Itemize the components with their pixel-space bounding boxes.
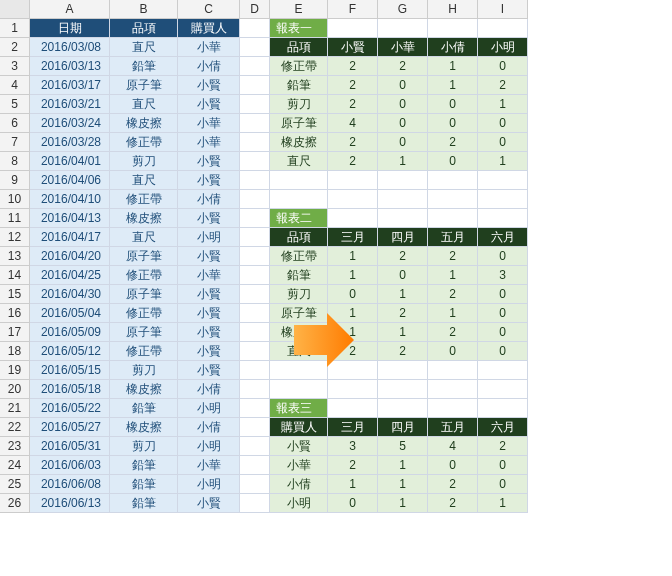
report-cell[interactable]: 1 bbox=[378, 456, 428, 475]
col-header-D[interactable]: D bbox=[240, 0, 270, 19]
report-cell[interactable]: 0 bbox=[378, 114, 428, 133]
empty-cell[interactable] bbox=[428, 209, 478, 228]
source-cell[interactable]: 小賢 bbox=[178, 323, 240, 342]
source-cell[interactable]: 2016/03/28 bbox=[30, 133, 110, 152]
report-cell[interactable]: 0 bbox=[378, 266, 428, 285]
source-cell[interactable]: 剪刀 bbox=[110, 152, 178, 171]
source-cell[interactable]: 小賢 bbox=[178, 247, 240, 266]
source-cell[interactable]: 小華 bbox=[178, 456, 240, 475]
source-cell[interactable]: 2016/05/22 bbox=[30, 399, 110, 418]
report-cell[interactable]: 2 bbox=[428, 323, 478, 342]
row-header-11[interactable]: 11 bbox=[0, 209, 30, 228]
source-cell[interactable]: 2016/05/31 bbox=[30, 437, 110, 456]
source-cell[interactable]: 小華 bbox=[178, 114, 240, 133]
report-cell[interactable]: 0 bbox=[378, 76, 428, 95]
empty-cell[interactable] bbox=[240, 19, 270, 38]
empty-cell[interactable] bbox=[240, 285, 270, 304]
col-header-G[interactable]: G bbox=[378, 0, 428, 19]
report-cell[interactable]: 0 bbox=[478, 114, 528, 133]
row-header-10[interactable]: 10 bbox=[0, 190, 30, 209]
empty-cell[interactable] bbox=[240, 95, 270, 114]
spreadsheet-grid[interactable]: ABCDEFGHI1日期品項購買人報表一22016/03/08直尺小華品項小賢小… bbox=[0, 0, 672, 513]
report-cell[interactable]: 1 bbox=[428, 304, 478, 323]
empty-cell[interactable] bbox=[428, 399, 478, 418]
empty-cell[interactable] bbox=[378, 399, 428, 418]
empty-cell[interactable] bbox=[240, 418, 270, 437]
row-header-26[interactable]: 26 bbox=[0, 494, 30, 513]
report-cell[interactable]: 0 bbox=[478, 342, 528, 361]
source-cell[interactable]: 小賢 bbox=[178, 361, 240, 380]
report-cell[interactable]: 報表三 bbox=[270, 399, 328, 418]
source-cell[interactable]: 小華 bbox=[178, 38, 240, 57]
report-cell[interactable]: 小倩 bbox=[428, 38, 478, 57]
report-cell[interactable]: 五月 bbox=[428, 228, 478, 247]
source-cell[interactable]: 2016/06/13 bbox=[30, 494, 110, 513]
report-cell[interactable]: 0 bbox=[478, 456, 528, 475]
report-cell[interactable]: 2 bbox=[428, 475, 478, 494]
source-cell[interactable]: 小賢 bbox=[178, 209, 240, 228]
source-cell[interactable]: 小倩 bbox=[178, 418, 240, 437]
report-cell[interactable]: 2 bbox=[428, 133, 478, 152]
source-cell[interactable]: 2016/03/24 bbox=[30, 114, 110, 133]
source-cell[interactable]: 橡皮擦 bbox=[110, 380, 178, 399]
report-cell[interactable]: 2 bbox=[328, 456, 378, 475]
row-header-4[interactable]: 4 bbox=[0, 76, 30, 95]
row-header-2[interactable]: 2 bbox=[0, 38, 30, 57]
source-cell[interactable]: 小明 bbox=[178, 437, 240, 456]
report-cell[interactable]: 品項 bbox=[270, 38, 328, 57]
report-cell[interactable]: 0 bbox=[478, 323, 528, 342]
source-cell[interactable]: 修正帶 bbox=[110, 190, 178, 209]
empty-cell[interactable] bbox=[240, 38, 270, 57]
empty-cell[interactable] bbox=[240, 266, 270, 285]
source-cell[interactable]: 修正帶 bbox=[110, 304, 178, 323]
source-cell[interactable]: 小賢 bbox=[178, 171, 240, 190]
empty-cell[interactable] bbox=[428, 19, 478, 38]
row-header-12[interactable]: 12 bbox=[0, 228, 30, 247]
source-cell[interactable]: 小華 bbox=[178, 266, 240, 285]
report-cell[interactable]: 5 bbox=[378, 437, 428, 456]
source-cell[interactable]: 2016/04/10 bbox=[30, 190, 110, 209]
source-cell[interactable]: 小倩 bbox=[178, 380, 240, 399]
source-cell[interactable]: 修正帶 bbox=[110, 133, 178, 152]
empty-cell[interactable] bbox=[478, 19, 528, 38]
source-cell[interactable]: 2016/05/09 bbox=[30, 323, 110, 342]
empty-cell[interactable] bbox=[240, 209, 270, 228]
source-cell[interactable]: 直尺 bbox=[110, 171, 178, 190]
empty-cell[interactable] bbox=[378, 209, 428, 228]
report-cell[interactable]: 品項 bbox=[270, 228, 328, 247]
report-cell[interactable]: 小倩 bbox=[270, 475, 328, 494]
row-header-7[interactable]: 7 bbox=[0, 133, 30, 152]
empty-cell[interactable] bbox=[240, 361, 270, 380]
source-cell[interactable]: 2016/05/12 bbox=[30, 342, 110, 361]
report-cell[interactable]: 2 bbox=[328, 133, 378, 152]
source-cell[interactable]: 橡皮擦 bbox=[110, 418, 178, 437]
source-cell[interactable]: 鉛筆 bbox=[110, 475, 178, 494]
row-header-1[interactable]: 1 bbox=[0, 19, 30, 38]
source-cell[interactable]: 2016/05/18 bbox=[30, 380, 110, 399]
row-header-21[interactable]: 21 bbox=[0, 399, 30, 418]
source-cell[interactable]: 剪刀 bbox=[110, 437, 178, 456]
source-cell[interactable]: 2016/04/25 bbox=[30, 266, 110, 285]
empty-cell[interactable] bbox=[328, 209, 378, 228]
report-cell[interactable]: 1 bbox=[328, 266, 378, 285]
row-header-8[interactable]: 8 bbox=[0, 152, 30, 171]
row-header-5[interactable]: 5 bbox=[0, 95, 30, 114]
report-cell[interactable]: 小賢 bbox=[270, 437, 328, 456]
source-cell[interactable]: 鉛筆 bbox=[110, 57, 178, 76]
empty-cell[interactable] bbox=[240, 456, 270, 475]
empty-cell[interactable] bbox=[378, 171, 428, 190]
report-cell[interactable]: 0 bbox=[428, 114, 478, 133]
report-cell[interactable]: 2 bbox=[328, 95, 378, 114]
report-cell[interactable]: 三月 bbox=[328, 418, 378, 437]
empty-cell[interactable] bbox=[328, 190, 378, 209]
col-header-A[interactable]: A bbox=[30, 0, 110, 19]
report-cell[interactable]: 剪刀 bbox=[270, 285, 328, 304]
source-cell[interactable]: 2016/05/04 bbox=[30, 304, 110, 323]
report-cell[interactable]: 小明 bbox=[478, 38, 528, 57]
source-cell[interactable]: 2016/04/13 bbox=[30, 209, 110, 228]
source-cell[interactable]: 小倩 bbox=[178, 57, 240, 76]
report-cell[interactable]: 小明 bbox=[270, 494, 328, 513]
source-cell[interactable]: 2016/05/15 bbox=[30, 361, 110, 380]
empty-cell[interactable] bbox=[478, 380, 528, 399]
report-cell[interactable]: 0 bbox=[478, 57, 528, 76]
